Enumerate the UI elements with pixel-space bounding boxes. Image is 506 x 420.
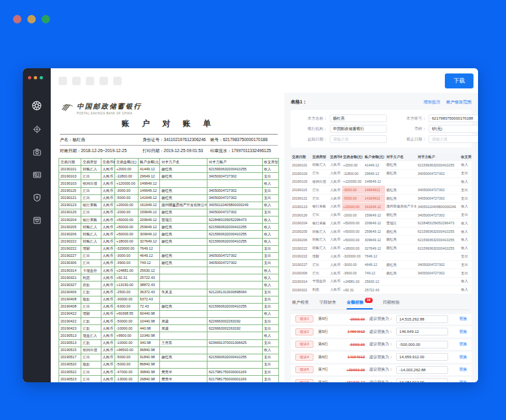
bank-name-en: POSTAL SAVINGS BANK OF CHINA xyxy=(77,112,142,115)
suggest-label: 建议替换为： xyxy=(369,316,393,322)
replacement-value-input[interactable] xyxy=(396,341,448,348)
replace-button[interactable]: 替换 xyxy=(459,354,467,360)
extracted-table-row[interactable]: 20190103收回出借人民币 +120000.00149649.12 收入 xyxy=(291,177,472,186)
bank-field[interactable] xyxy=(330,125,387,133)
replacement-value-input[interactable] xyxy=(396,328,448,335)
close-icon[interactable] xyxy=(28,76,31,79)
currency-label: 币种： xyxy=(396,126,426,132)
statement-table-row: 20190103汇出人民币 -11800.0029649.12杨红燕 34050… xyxy=(59,173,279,180)
print-date: 2019-12-25 09:01:53 xyxy=(164,148,203,153)
toolbar-placeholder-tab[interactable] xyxy=(113,77,122,85)
suggest-label: 建议替换为： xyxy=(369,380,393,382)
statement-table-row: 20190423汇款人民币 -10000.00440.98周康 62266630… xyxy=(59,325,279,332)
error-tag: 错误6 xyxy=(295,379,313,382)
add-annotation-link[interactable]: 增加批注 xyxy=(423,99,440,105)
extracted-table-row[interactable]: 20190306汇出人民币 -3900.00749.12 杨红燕34050004… xyxy=(291,269,472,278)
extracted-table-row[interactable]: 20190123银行来账人民币 +20000.00161649.12 滁州聯鑫房… xyxy=(291,202,472,211)
validation-tab[interactable]: 字段缺失 xyxy=(319,300,336,309)
extracted-table-row[interactable]: 20190321利息人民币 +92.3125722.43 收入 xyxy=(291,285,472,294)
toolbar-placeholder-tab[interactable] xyxy=(59,77,67,85)
minimize-icon[interactable] xyxy=(34,76,37,79)
replacement-value-input[interactable] xyxy=(396,315,448,323)
statement-table-row: 20190205转账汇入人民币 +50000.00259649.12杨红燕 62… xyxy=(59,224,279,231)
toolbar-placeholder-tab[interactable] xyxy=(100,77,108,85)
extracted-table-row[interactable]: 20190121汇出人民币 -5000.0014164912 杨红燕340500… xyxy=(291,194,472,203)
extracted-table-row[interactable]: 20190222转账汇入人民币 +18000.00327649.12 杨红燕62… xyxy=(291,244,472,252)
validation-tab[interactable]: 账户检查 xyxy=(292,300,309,309)
replacement-value-input[interactable] xyxy=(396,353,448,361)
statement-table-row: 20190327存款人民币 +13150.0038872.43 收入 xyxy=(59,282,279,289)
zoom-icon[interactable] xyxy=(42,15,50,23)
toolbar-placeholder-tab[interactable] xyxy=(86,77,94,85)
replace-button[interactable]: 替换 xyxy=(459,341,467,347)
end-date-field[interactable] xyxy=(429,135,478,143)
statement-table-row: 20190227汇出人民币 -3000.004649.12杨红燕 3405000… xyxy=(59,252,279,259)
validation-tab[interactable]: 金额校验19 xyxy=(347,300,373,309)
name-field[interactable] xyxy=(330,114,387,122)
extraction-panel: 表格1： 增加批注 账户修改范围 本方名称： 本方账号： xyxy=(284,93,478,382)
close-icon[interactable] xyxy=(13,15,21,23)
extracted-table-row[interactable]: 20190205转账汇入人民币 +50000.00259649.12 杨红燕62… xyxy=(291,228,472,236)
extracted-table-row[interactable]: 20190206转账汇入人民币 +50000.00309649.12 杨红燕62… xyxy=(291,236,472,244)
statement-table-row: 20190520取款人民币 -5000.0086840.98 支出 xyxy=(59,361,279,368)
statement-table-row: 20190306汇出人民币 -3900.00749.12杨红燕 34050004… xyxy=(59,259,279,267)
account-modify-scope-link[interactable]: 账户修改范围 xyxy=(446,99,472,105)
error-old-value: -3000.00 xyxy=(335,317,365,321)
error-tag: 错误3 xyxy=(295,341,313,348)
error-old-value: -5000.00 xyxy=(335,343,365,347)
minimize-icon[interactable] xyxy=(27,15,36,23)
extracted-table-row[interactable]: 20190103汇出人民币 -11800.0029649.12 杨红燕34050… xyxy=(291,169,472,177)
replace-button[interactable]: 替换 xyxy=(459,367,467,373)
error-old-value: 161649.12 xyxy=(335,380,365,382)
shield-icon[interactable] xyxy=(33,193,42,202)
error-row: 错误5 第7行 +20000.00 建议替换为： 替换 xyxy=(291,365,472,376)
extracted-table: 交易日期交易类型 交易币种交易金额(元) 账户余额(元)对手方户名 对手方账户收… xyxy=(291,153,472,295)
app-logo-icon[interactable] xyxy=(31,100,42,111)
app-window: 下载 中国邮政储蓄银行 POSTAL SAVINGS BANK OF CHINA… xyxy=(23,68,478,382)
replacement-value-input[interactable] xyxy=(396,378,448,382)
extracted-table-row[interactable]: 20190115汇出人民币 -3000.0014664912 杨红燕340500… xyxy=(291,186,472,194)
toolbar-placeholder-tab[interactable] xyxy=(72,77,81,85)
account-number: 6217983750000170188 xyxy=(223,137,268,142)
statement-table-row: 20190103收回出借人民币 +120000.00149649.12 收入 xyxy=(59,180,279,187)
extracted-table-row[interactable]: 20190222理财人民币 -320000.007649.12 支出 xyxy=(291,252,472,261)
statement-table: 交易日期交易类型 交易币种交易金额(元) 账户余额(元)对手方户名 对手方账户收… xyxy=(59,158,279,382)
currency-field[interactable] xyxy=(429,125,478,133)
error-line-ref: 第7行 xyxy=(318,367,335,373)
seal-serial: 17997011332496125 xyxy=(232,148,271,153)
statement-table-row: 20190204银行来账人民币 +50000.00209649.12贾瑞注 62… xyxy=(59,217,279,224)
error-line-ref: 第7行 xyxy=(318,380,335,382)
statement-table-header: 交易日期交易类型 交易币种交易金额(元) 账户余额(元)对手方户名 对手方账户收… xyxy=(59,159,279,166)
validation-tab[interactable]: 日期校验 xyxy=(383,300,400,309)
error-row: 错误1 第5行 -3000.00 建议替换为： 替换 xyxy=(291,314,472,325)
replace-button[interactable]: 替换 xyxy=(459,316,467,322)
name-label: 本方名称： xyxy=(297,116,327,122)
zoom-icon[interactable] xyxy=(40,76,43,79)
download-button[interactable]: 下载 xyxy=(445,73,473,88)
gear-icon[interactable] xyxy=(33,125,42,134)
extracted-table-row[interactable]: 20190314卡现金存人民币 +24881.0025630.12 收入 xyxy=(291,277,472,285)
error-line-ref: 第5行 xyxy=(318,329,335,335)
statement-table-row: 20190123银行来账人民币 +20000.00161649.12滁州聯鑫房地… xyxy=(59,202,279,209)
extracted-table-row[interactable]: 20190126汇出人民币 -2000.00159649.12 杨红燕34050… xyxy=(291,211,472,219)
statement-document: 中国邮政储蓄银行 POSTAL SAVINGS BANK OF CHINA 账 … xyxy=(51,93,284,382)
inner-window-controls xyxy=(23,76,43,79)
extracted-table-row[interactable]: 20190204银行来账人民币 +50000.00209649.12 贾瑞注62… xyxy=(291,219,472,228)
replace-button[interactable]: 替换 xyxy=(459,380,467,382)
error-row: 错误4 第6行 14164912 建议替换为： 替换 xyxy=(291,352,472,363)
camera-icon[interactable] xyxy=(33,148,42,157)
extracted-table-row[interactable]: 20190101转账汇入人民币 +2000.0041449.12 杨红燕6215… xyxy=(291,161,472,169)
statement-table-row: 20190321利息人民币 +92.3125722.43 收入 xyxy=(59,274,279,282)
sidebar xyxy=(23,68,51,382)
replace-button[interactable]: 替换 xyxy=(459,329,467,335)
statement-table-row: 20190206转账汇入人民币 +50000.00309649.12杨红燕 62… xyxy=(59,231,279,238)
extracted-table-row[interactable]: 20190227汇出人民币 -3000.004649.12 杨红燕3405000… xyxy=(291,261,472,269)
start-date-field[interactable] xyxy=(330,135,387,143)
replacement-value-input[interactable] xyxy=(396,366,448,374)
error-line-ref: 第5行 xyxy=(318,316,335,322)
id-card-icon[interactable] xyxy=(33,170,42,179)
error-tag: 错误2 xyxy=(295,328,313,335)
database-icon[interactable] xyxy=(33,216,42,225)
statement-period: 2018-12-26~2019-12-25 xyxy=(81,148,127,153)
account-field[interactable] xyxy=(429,114,478,122)
